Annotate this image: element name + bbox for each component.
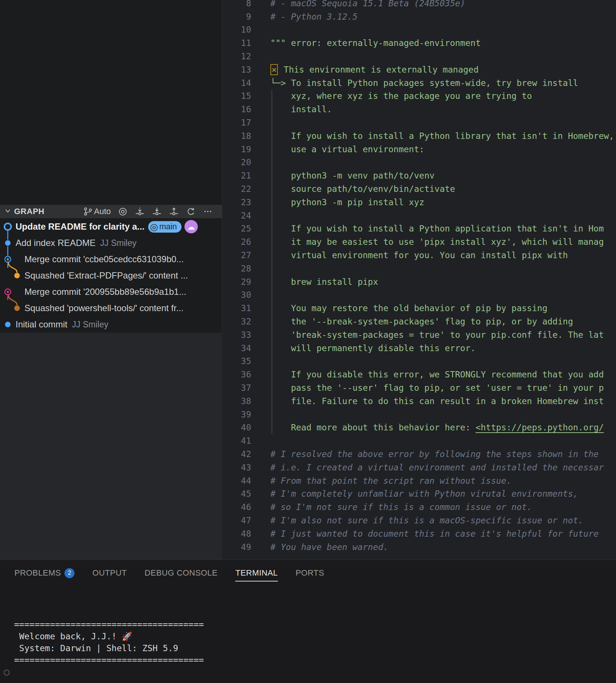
bottom-panel: PROBLEMS2OUTPUTDEBUG CONSOLETERMINALPORT…: [0, 560, 616, 683]
code-text: # - macOS Sequoia 15.1 Beta (24B5035e): [270, 0, 465, 8]
code-line: 27 virtual environment for you. You can …: [223, 249, 616, 262]
command-decoration-icon[interactable]: [4, 670, 10, 676]
code-text: # You have been warned.: [270, 542, 389, 552]
commit-row[interactable]: Squashed 'Extract-PDFPages/' content ...: [0, 267, 222, 284]
tab-label: DEBUG CONSOLE: [144, 568, 217, 578]
code-text: python3 -m venv path/to/venv: [270, 171, 434, 180]
code-line: 38 file. Failure to do this can result i…: [223, 394, 616, 408]
code-line: 46# so I'm not sure if this is a common …: [223, 500, 616, 514]
code-line: 30: [223, 289, 616, 302]
code-line: 35: [223, 355, 616, 368]
commit-row[interactable]: Initial commitJJ Smiley: [0, 316, 222, 333]
line-number: 39: [223, 410, 251, 419]
refresh-icon[interactable]: [186, 207, 196, 217]
line-number: 49: [223, 542, 251, 552]
code-line: 9# - Python 3.12.5: [223, 10, 616, 23]
tab-ports[interactable]: PORTS: [296, 568, 324, 582]
code-line: 41: [223, 434, 616, 447]
commit-message: Add index README: [16, 238, 96, 248]
commit-row[interactable]: Update README for clarity a...◎main☁: [0, 219, 222, 235]
code-line: 43# i.e. I created a virtual environment…: [223, 461, 616, 474]
code-line: 12: [223, 50, 616, 63]
line-number: 15: [223, 91, 251, 101]
code-line: 45# I'm completely unfamliar with Python…: [223, 487, 616, 500]
tab-output[interactable]: OUTPUT: [92, 568, 127, 582]
line-number: 28: [223, 264, 251, 273]
commit-author: JJ Smiley: [72, 320, 108, 330]
line-number: 8: [223, 0, 251, 8]
line-number: 14: [223, 78, 251, 88]
problems-count-badge: 2: [64, 568, 74, 578]
code-text: python3 -m pip install xyz: [270, 197, 424, 207]
code-line: 16 install.: [223, 103, 616, 116]
commit-row[interactable]: Squashed 'powershell-tools/' content fr.…: [0, 300, 222, 316]
line-number: 16: [223, 104, 251, 114]
code-text: brew install pipx: [270, 277, 378, 287]
line-number: 48: [223, 529, 251, 539]
code-text: Read more about this behavior here: <htt…: [270, 423, 604, 432]
code-text: will permanently disable this error.: [270, 343, 476, 353]
graph-panel-header[interactable]: GRAPH Auto: [0, 205, 222, 218]
code-text: # I'm completely unfamliar with Python v…: [270, 489, 578, 499]
vscode-window: GRAPH Auto: [0, 0, 616, 683]
sidebar: GRAPH Auto: [0, 0, 222, 560]
fetch-icon[interactable]: [135, 207, 145, 217]
code-line: 44# From that point the script ran witho…: [223, 474, 616, 487]
target-icon[interactable]: [118, 207, 128, 217]
line-number: 42: [223, 449, 251, 459]
line-number: 26: [223, 237, 251, 247]
code-line: 37 pass the '--user' flag to pip, or set…: [223, 381, 616, 394]
code-text: If you disable this error, we STRONGLY r…: [270, 370, 604, 379]
line-number: 11: [223, 38, 251, 48]
code-line: 40 Read more about this behavior here: <…: [223, 421, 616, 434]
tab-debug-console[interactable]: DEBUG CONSOLE: [144, 568, 217, 582]
pull-icon[interactable]: [152, 207, 162, 217]
code-text: # i.e. I created a virtual environment a…: [270, 463, 604, 472]
tab-label: TERMINAL: [235, 568, 277, 578]
commit-row[interactable]: Merge commit 'ccbe05cedcc631039b0...: [0, 251, 222, 267]
commit-row[interactable]: Merge commit '200955bb89e56b9a1b1...: [0, 284, 222, 300]
line-number: 17: [223, 118, 251, 127]
push-icon[interactable]: [169, 207, 179, 217]
commit-message: Squashed 'powershell-tools/' content fr.…: [24, 303, 183, 313]
line-number: 41: [223, 436, 251, 446]
git-branch-auto-button[interactable]: Auto: [83, 207, 111, 216]
code-text: # I resolved the above error by followin…: [270, 449, 599, 459]
terminal-banner: ===================================== We…: [14, 619, 616, 666]
code-text: it may be easiest to use 'pipx install x…: [270, 237, 604, 247]
terminal-text-line: =====================================: [14, 619, 616, 630]
code-line: 10: [223, 23, 616, 37]
sidebar-empty-area: [0, 333, 222, 560]
line-number: 37: [223, 383, 251, 393]
line-number: 27: [223, 250, 251, 260]
branch-badge[interactable]: ◎main: [148, 221, 182, 233]
line-number: 35: [223, 356, 251, 366]
code-text: source path/to/venv/bin/activate: [270, 184, 455, 194]
line-number: 44: [223, 476, 251, 486]
commit-message: Merge commit '200955bb89e56b9a1b1...: [24, 287, 186, 297]
code-line: 31 You may restore the old behavior of p…: [223, 301, 616, 315]
tab-problems[interactable]: PROBLEMS2: [14, 568, 74, 582]
code-line: 21 python3 -m venv path/to/venv: [223, 169, 616, 182]
cloud-icon[interactable]: ☁: [184, 220, 198, 233]
editor[interactable]: 8# - macOS Sequoia 15.1 Beta (24B5035e)9…: [223, 0, 616, 560]
code-line: 18 If you wish to install a Python libra…: [223, 129, 616, 143]
terminal[interactable]: ===================================== We…: [0, 583, 616, 683]
line-number: 36: [223, 370, 251, 379]
chevron-down-icon[interactable]: [4, 207, 11, 216]
code-line: 14└─> To install Python packages system-…: [223, 76, 616, 90]
line-number: 29: [223, 277, 251, 287]
code-line: 20: [223, 156, 616, 169]
commit-author: JJ Smiley: [100, 238, 136, 248]
code-line: 29 brew install pipx: [223, 275, 616, 289]
more-icon[interactable]: [203, 207, 213, 216]
target-icon: ◎: [150, 222, 158, 231]
line-number: 32: [223, 317, 251, 326]
commit-row[interactable]: Add index READMEJJ Smiley: [0, 235, 222, 251]
code-line: 33 'break-system-packages = true' to you…: [223, 328, 616, 342]
line-number: 19: [223, 144, 251, 154]
code-line: 28: [223, 262, 616, 275]
code-line: 11""" error: externally-managed-environm…: [223, 36, 616, 50]
line-number: 43: [223, 463, 251, 472]
tab-terminal[interactable]: TERMINAL: [235, 568, 277, 582]
